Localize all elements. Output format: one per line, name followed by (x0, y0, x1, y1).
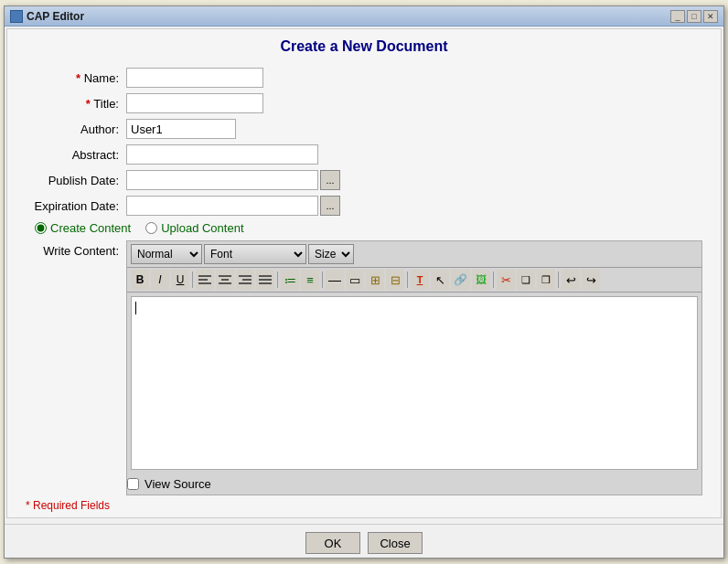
expiration-date-input[interactable] (126, 196, 318, 216)
footer-buttons: OK Close (5, 524, 723, 558)
unordered-list-button[interactable]: ≡ (301, 270, 319, 290)
sep6 (558, 271, 559, 288)
copy-button[interactable]: ❑ (517, 270, 535, 290)
close-button[interactable]: ✕ (703, 10, 718, 23)
upload-content-radio[interactable] (145, 222, 157, 234)
font-select[interactable]: Font (204, 244, 306, 264)
view-source-label[interactable]: View Source (145, 477, 211, 491)
page-title: Create a New Document (26, 38, 702, 55)
italic-button[interactable]: I (151, 270, 169, 290)
size-select[interactable]: Size (308, 244, 354, 264)
style-select[interactable]: Normal (131, 244, 202, 264)
publish-date-input[interactable] (126, 170, 318, 190)
sep2 (277, 271, 278, 288)
toolbar-row2: B I U (127, 268, 701, 293)
abstract-label: Abstract: (26, 148, 126, 162)
publish-date-browse-button[interactable]: ... (320, 170, 340, 190)
sep1 (192, 271, 193, 288)
view-source-row: View Source (127, 474, 701, 495)
sep5 (493, 271, 494, 288)
window-content: Create a New Document Name: Title: Autho… (6, 28, 722, 518)
expiration-date-label: Expiration Date: (26, 199, 126, 213)
editor-area[interactable] (131, 296, 698, 470)
upload-content-option[interactable]: Upload Content (145, 221, 243, 235)
title-bar: CAP Editor _ □ ✕ (5, 6, 723, 27)
ok-button[interactable]: OK (305, 532, 360, 554)
author-label: Author: (26, 122, 126, 136)
name-row: Name: (26, 68, 702, 88)
upload-content-label: Upload Content (161, 221, 243, 235)
align-left-icon (198, 275, 211, 284)
ordered-list-button[interactable]: ≔ (281, 270, 299, 290)
pointer-button[interactable]: ↖ (431, 270, 449, 290)
author-input[interactable] (126, 119, 236, 139)
frame-button[interactable]: ▭ (346, 270, 364, 290)
write-content-label: Write Content: (26, 240, 126, 258)
window-controls: _ □ ✕ (670, 10, 718, 23)
align-justify-button[interactable] (256, 270, 274, 290)
image-button[interactable]: 🖼 (472, 270, 490, 290)
title-label: Title: (26, 97, 126, 111)
expiration-date-row: Expiration Date: ... (26, 196, 702, 216)
abstract-input[interactable] (126, 144, 318, 165)
publish-date-label: Publish Date: (26, 174, 126, 187)
title-row: Title: (26, 93, 702, 113)
cut-button[interactable]: ✂ (497, 270, 515, 290)
minimize-button[interactable]: _ (670, 10, 685, 23)
paste-button[interactable]: ❒ (537, 270, 555, 290)
title-input[interactable] (126, 93, 263, 113)
align-center-button[interactable] (216, 270, 234, 290)
editor-container: Normal Font Size B I U (126, 240, 702, 495)
align-left-button[interactable] (196, 270, 214, 290)
publish-date-row: Publish Date: ... (26, 170, 702, 190)
expiration-date-container: ... (126, 196, 340, 216)
create-content-option[interactable]: Create Content (35, 221, 131, 235)
view-source-checkbox[interactable] (127, 478, 139, 490)
create-content-label: Create Content (50, 221, 131, 235)
close-button-footer[interactable]: Close (368, 532, 423, 554)
name-input[interactable] (126, 68, 263, 88)
toolbar-row1: Normal Font Size (127, 241, 701, 268)
align-justify-icon (259, 275, 272, 284)
editor-cursor (135, 302, 136, 314)
redo-button[interactable]: ↪ (582, 270, 600, 290)
cap-editor-window: CAP Editor _ □ ✕ Create a New Document N… (4, 5, 724, 559)
create-content-radio[interactable] (35, 222, 47, 234)
undo-button[interactable]: ↩ (562, 270, 580, 290)
table-insert-button[interactable]: ⊞ (366, 270, 384, 290)
abstract-row: Abstract: (26, 144, 702, 165)
underline-button[interactable]: U (171, 270, 189, 290)
expiration-date-browse-button[interactable]: ... (320, 196, 340, 216)
sep4 (407, 271, 408, 288)
window-title: CAP Editor (10, 10, 84, 23)
window-icon (10, 10, 23, 23)
maximize-button[interactable]: □ (687, 10, 701, 23)
align-right-button[interactable] (236, 270, 254, 290)
required-fields-note: * Required Fields (26, 495, 702, 516)
text-color-button[interactable]: T (411, 270, 429, 290)
write-content-row: Write Content: Normal Font Size B (26, 240, 702, 495)
sep3 (322, 271, 323, 288)
publish-date-container: ... (126, 170, 340, 190)
align-center-icon (219, 275, 231, 284)
author-row: Author: (26, 119, 702, 139)
link-button[interactable]: 🔗 (451, 270, 470, 290)
align-right-icon (239, 275, 252, 284)
name-label: Name: (26, 71, 126, 85)
table-props-button[interactable]: ⊟ (386, 270, 404, 290)
content-type-row: Create Content Upload Content (26, 221, 702, 235)
bold-button[interactable]: B (131, 270, 149, 290)
hr-button[interactable]: — (326, 270, 344, 290)
